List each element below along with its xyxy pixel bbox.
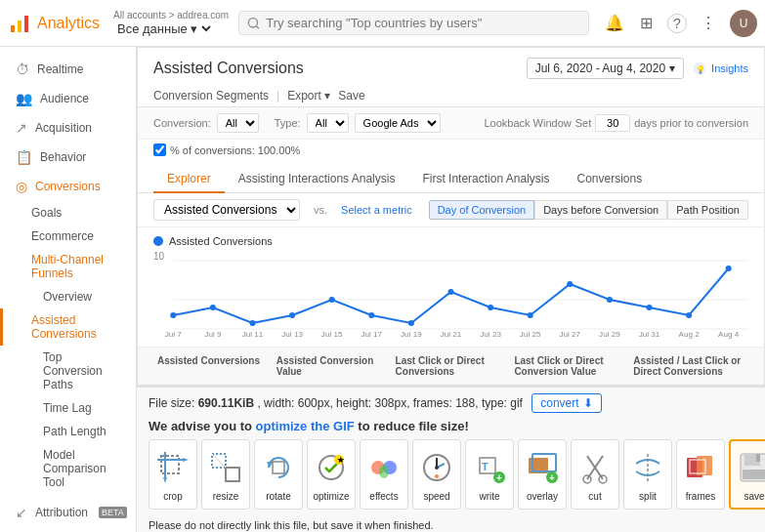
breadcrumb-bottom[interactable]: Все данные ▾ xyxy=(113,20,231,37)
svg-point-22 xyxy=(646,305,652,310)
analytics-header: Assisted Conversions Jul 6, 2020 - Aug 4… xyxy=(138,48,764,85)
path-position-btn[interactable]: Path Position xyxy=(667,200,748,220)
sidebar-item-conversions[interactable]: ◎ Conversions xyxy=(0,172,136,201)
day-of-conversion-btn[interactable]: Day of Conversion xyxy=(429,200,535,220)
tool-save[interactable]: save xyxy=(729,439,765,510)
select-metric-link[interactable]: Select a metric xyxy=(341,204,412,216)
tool-resize[interactable]: resize xyxy=(201,439,250,510)
sidebar-item-attribution[interactable]: ↙ Attribution BETA xyxy=(0,498,136,527)
grid-icon[interactable]: ⊞ xyxy=(636,14,656,33)
svg-point-13 xyxy=(289,312,295,318)
search-input[interactable] xyxy=(266,16,580,30)
sidebar-sub-timelag[interactable]: Time Lag xyxy=(0,396,136,420)
split-icon xyxy=(628,448,667,487)
svg-text:Jul 21: Jul 21 xyxy=(441,330,462,339)
save-icon xyxy=(735,448,765,487)
beta-badge: BETA xyxy=(99,507,127,518)
type-filter-select-2[interactable]: Google Ads xyxy=(355,113,441,133)
more-dots-icon[interactable]: ⋮ xyxy=(699,14,718,33)
svg-text:Jul 31: Jul 31 xyxy=(639,330,660,339)
svg-marker-48 xyxy=(267,462,273,468)
avatar[interactable]: U xyxy=(730,10,757,37)
file-info: File size: 690.11KiB , width: 600px, hei… xyxy=(149,393,753,413)
tool-split[interactable]: split xyxy=(623,439,672,510)
svg-rect-46 xyxy=(226,468,239,481)
svg-point-12 xyxy=(249,320,255,326)
app-title: Analytics xyxy=(37,15,100,32)
tool-write[interactable]: T+ write xyxy=(465,439,514,510)
tool-speed[interactable]: speed xyxy=(412,439,461,510)
tool-cut[interactable]: cut xyxy=(571,439,619,510)
tools-row: crop resize rotate xyxy=(149,439,753,510)
page-title: Assisted Conversions xyxy=(153,60,304,77)
export-link[interactable]: Export ▾ xyxy=(287,89,330,102)
data-view-select[interactable]: Все данные ▾ xyxy=(113,20,214,37)
legend-dot xyxy=(153,236,163,246)
sidebar-item-audience[interactable]: 👥 Audience xyxy=(0,84,136,113)
svg-point-20 xyxy=(567,281,573,287)
tool-frames[interactable]: frames xyxy=(676,439,725,510)
sidebar-item-acquisition[interactable]: ↗ Acquisition xyxy=(0,113,136,143)
convert-label: convert xyxy=(540,396,578,410)
search-bar[interactable] xyxy=(238,11,589,35)
table-headers: Assisted Conversions Assisted Conversion… xyxy=(138,347,764,385)
lookback-label: Lookback Window xyxy=(484,117,571,129)
sidebar-item-behavior[interactable]: 📋 Behavior xyxy=(0,143,136,172)
save-link[interactable]: Save xyxy=(338,89,364,102)
sidebar-sub-mcf[interactable]: Multi-Channel Funnels xyxy=(0,248,136,285)
notice-line-1: Please do not directly link this file, b… xyxy=(149,517,753,532)
th-last-click: Last Click or Direct Conversions xyxy=(392,353,511,379)
sidebar-sub-ecommerce[interactable]: Ecommerce xyxy=(0,225,136,248)
svg-point-3 xyxy=(248,18,257,26)
realtime-icon: ⏱ xyxy=(16,61,29,77)
lookback-days-input[interactable] xyxy=(595,114,630,132)
svg-text:Jul 15: Jul 15 xyxy=(321,330,343,339)
tab-explorer[interactable]: Explorer xyxy=(153,166,225,193)
main-layout: ⏱ Realtime 👥 Audience ↗ Acquisition 📋 Be… xyxy=(0,47,765,532)
svg-rect-77 xyxy=(756,454,760,462)
chevron-down-icon: ▾ xyxy=(669,61,675,75)
tab-assisting[interactable]: Assisting Interactions Analysis xyxy=(225,166,409,193)
chart-area: Assisted Conversions 10 xyxy=(138,227,764,347)
tool-effects[interactable]: effects xyxy=(360,439,408,510)
insights-button[interactable]: 💡 Insights xyxy=(692,61,748,76)
th-ratio: Assisted / Last Click or Direct Conversi… xyxy=(629,353,748,379)
tool-crop[interactable]: crop xyxy=(149,439,197,510)
sidebar-sub-overview[interactable]: Overview xyxy=(0,285,136,308)
audience-icon: 👥 xyxy=(16,91,32,106)
tool-rotate[interactable]: rotate xyxy=(254,439,303,510)
sidebar-sub-assisted[interactable]: Assisted Conversions xyxy=(0,308,136,346)
sidebar-sub-topconv[interactable]: Top Conversion Paths xyxy=(0,346,136,396)
th-assisted-value: Assisted Conversion Value xyxy=(273,353,392,379)
type-filter-select-1[interactable]: All xyxy=(307,113,349,133)
optimize-link[interactable]: optimize the GIF xyxy=(256,419,355,433)
sidebar-sub-goals[interactable]: Goals xyxy=(0,201,136,225)
percent-checkbox[interactable] xyxy=(153,143,166,156)
chart-y-label: 10 xyxy=(153,251,164,262)
conversion-filter-select[interactable]: All xyxy=(217,113,259,133)
sidebar-sub-model[interactable]: Model Comparison Tool xyxy=(0,443,136,494)
tab-first-interaction[interactable]: First Interaction Analysis xyxy=(408,166,563,193)
tool-optimize[interactable]: ★ optimize xyxy=(307,439,356,510)
bottom-bar: File size: 690.11KiB , width: 600px, hei… xyxy=(137,386,765,532)
tab-conversions[interactable]: Conversions xyxy=(564,166,657,193)
bell-icon[interactable]: 🔔 xyxy=(605,14,624,33)
svg-point-19 xyxy=(528,312,533,318)
svg-text:Jul 19: Jul 19 xyxy=(401,330,422,339)
sub-tab-select[interactable]: Assisted Conversions xyxy=(153,199,300,221)
question-icon[interactable]: ? xyxy=(667,14,687,33)
sidebar-item-realtime[interactable]: ⏱ Realtime xyxy=(0,55,136,84)
convert-button[interactable]: convert ⬇ xyxy=(531,393,601,413)
crop-icon xyxy=(153,448,192,487)
tool-overlay[interactable]: + overlay xyxy=(518,439,567,510)
conversion-segments-link[interactable]: Conversion Segments xyxy=(153,89,269,102)
days-before-conversion-btn[interactable]: Days before Conversion xyxy=(534,200,667,220)
explorer-tabs: Explorer Assisting Interactions Analysis… xyxy=(138,160,764,193)
svg-rect-73 xyxy=(697,456,712,475)
svg-rect-40 xyxy=(161,456,179,473)
date-range-picker[interactable]: Jul 6, 2020 - Aug 4, 2020 ▾ xyxy=(527,58,684,79)
bottom-notice: Please do not directly link this file, b… xyxy=(149,517,753,532)
insights-label: Insights xyxy=(711,62,748,74)
sidebar-sub-pathlength[interactable]: Path Length xyxy=(0,420,136,443)
svg-text:Jul 17: Jul 17 xyxy=(361,330,382,339)
